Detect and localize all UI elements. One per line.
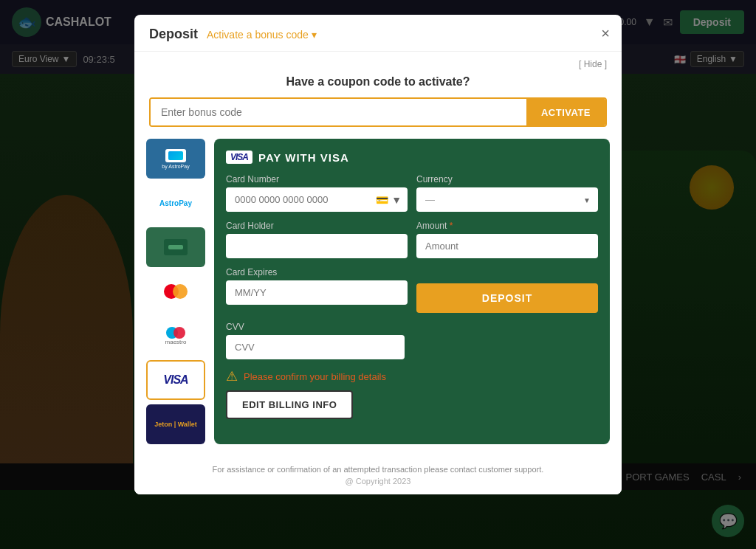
hide-label: [ Hide ] (579, 59, 607, 69)
deposit-form-button[interactable]: DEPOSIT (416, 283, 598, 313)
card-holder-label: Card Holder (226, 221, 408, 231)
holder-amount-row: Card Holder Evgen Zexel Amount * (226, 221, 598, 258)
pay-with-header: VISA PAY WITH VISA (226, 151, 598, 164)
card-icon: 💳 (376, 194, 388, 206)
card-expires-label: Card Expires (226, 267, 408, 277)
footer-note: For assistance or confirmation of an att… (149, 465, 607, 474)
hide-link[interactable]: [ Hide ] (149, 59, 607, 69)
billing-warning-text: Please confirm your billing details (244, 371, 386, 382)
deposit-btn-spacer (416, 267, 598, 277)
visa-logo: VISA (163, 373, 188, 387)
activate-bonus-dropdown-icon: ▾ (312, 29, 317, 41)
card-holder-group: Card Holder Evgen Zexel (226, 221, 408, 258)
pay-with-title: PAY WITH VISA (258, 151, 349, 164)
currency-group: Currency — (416, 174, 598, 212)
payment-method-maestro[interactable]: maestro (146, 316, 205, 356)
amount-label: Amount * (416, 221, 598, 231)
deposit-modal: Deposit Activate a bonus code ▾ × [ Hide… (134, 15, 622, 494)
card-number-label: Card Number (226, 174, 408, 184)
card-currency-row: Card Number 💳 ▼ Currency (226, 174, 598, 212)
card-number-input[interactable] (226, 187, 370, 212)
card-expires-group: Card Expires (226, 267, 408, 313)
pay-form-area: VISA PAY WITH VISA Card Number 💳 ▼ (214, 139, 610, 444)
cvv-group: CVV (226, 322, 405, 359)
coupon-section: [ Hide ] Have a coupon code to activate?… (134, 52, 622, 139)
card-expires-input[interactable] (226, 280, 408, 305)
payment-method-mastercard[interactable] (146, 272, 205, 311)
amount-input[interactable] (416, 234, 598, 258)
payment-methods-list: by AstroPay AstroPay (146, 139, 205, 444)
payment-method-green[interactable] (146, 227, 205, 267)
modal-title: Deposit (149, 27, 198, 42)
card-number-group: Card Number 💳 ▼ (226, 174, 408, 212)
coupon-input-row: ACTIVATE (149, 97, 607, 127)
card-dropdown-icon[interactable]: ▼ (391, 194, 402, 206)
amount-required-star: * (450, 221, 453, 231)
modal-header: Deposit Activate a bonus code ▾ × (134, 15, 622, 52)
currency-select[interactable]: — (416, 187, 598, 212)
card-icons: 💳 ▼ (370, 194, 408, 206)
card-holder-input[interactable]: Evgen Zexel (226, 234, 408, 258)
modal-footer: For assistance or confirmation of an att… (134, 456, 622, 494)
cvv-label: CVV (226, 322, 405, 332)
cvv-input[interactable] (226, 335, 405, 359)
edit-billing-button[interactable]: EDIT BILLING INFO (226, 390, 353, 419)
activate-bonus-text: Activate a bonus code (207, 29, 309, 41)
visa-header-logo: VISA (226, 151, 252, 164)
bonus-code-input[interactable] (151, 99, 526, 125)
deposit-btn-group: DEPOSIT (416, 267, 598, 313)
footer-copy: @ Copyright 2023 (149, 477, 607, 486)
currency-label: Currency (416, 174, 598, 184)
payment-method-astropay-logo[interactable]: by AstroPay (146, 139, 205, 179)
amount-group: Amount * (416, 221, 598, 258)
payment-method-astropay[interactable]: AstroPay (146, 183, 205, 223)
close-button[interactable]: × (601, 25, 610, 42)
warning-icon: ⚠ (226, 368, 238, 384)
payment-method-visa[interactable]: VISA (146, 360, 205, 400)
coupon-title: Have a coupon code to activate? (149, 75, 607, 89)
cvv-row: CVV (226, 322, 598, 359)
billing-warning: ⚠ Please confirm your billing details (226, 368, 598, 384)
card-number-input-wrapper: 💳 ▼ (226, 187, 408, 212)
expires-deposit-row: Card Expires DEPOSIT (226, 267, 598, 313)
activate-bonus-link[interactable]: Activate a bonus code ▾ (207, 29, 317, 41)
activate-coupon-button[interactable]: ACTIVATE (526, 99, 605, 125)
payment-area: by AstroPay AstroPay (134, 139, 622, 456)
currency-select-wrapper: — (416, 187, 598, 212)
payment-method-jeton[interactable]: Jeton | Wallet (146, 404, 205, 444)
modal-overlay: Deposit Activate a bonus code ▾ × [ Hide… (0, 0, 756, 549)
